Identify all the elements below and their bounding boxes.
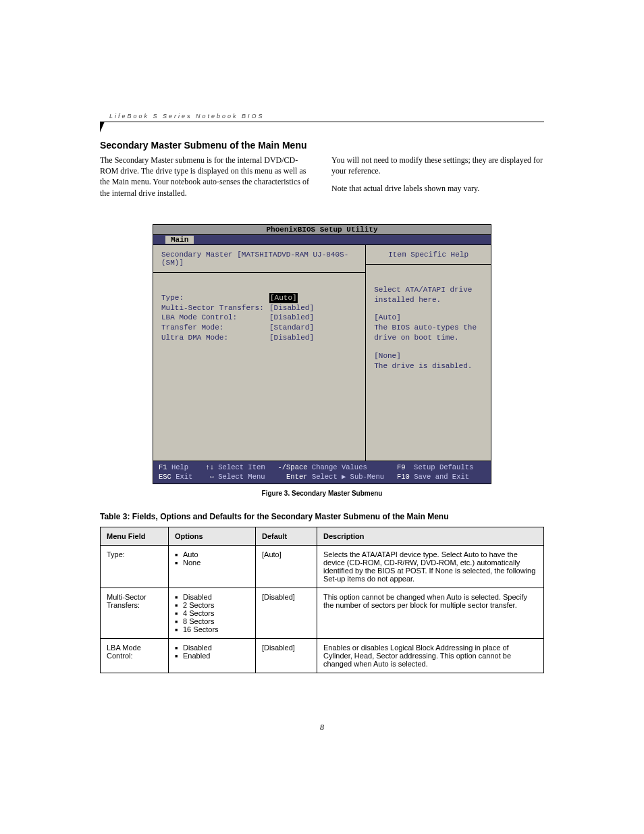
- bios-key-f1: F1: [159, 463, 167, 472]
- bios-setting-value[interactable]: [Auto]: [269, 293, 298, 303]
- cell-options: AutoNone: [169, 546, 256, 588]
- intro-right-paragraph-2: Note that actual drive labels shown may …: [331, 183, 544, 194]
- bios-key-help: Help: [167, 463, 206, 472]
- cell-default: [Auto]: [256, 546, 317, 588]
- bios-footer: F1 Help ↑↓ Select Item -/Space Change Va…: [153, 461, 491, 484]
- bios-setting-label: Type:: [161, 293, 269, 303]
- bios-key-select-submenu: Select ▶ Sub-Menu: [308, 472, 397, 481]
- figure-caption: Figure 3. Secondary Master Submenu: [100, 490, 544, 497]
- option-item: 4 Sectors: [175, 609, 249, 617]
- bios-key-change-values: Change Values: [308, 463, 397, 472]
- th-menu-field: Menu Field: [101, 527, 169, 546]
- bios-key-select-menu: Select Menu: [214, 472, 286, 481]
- bios-help-header: Item Specific Help: [366, 245, 491, 265]
- cell-menu-field: LBA Mode Control:: [101, 639, 169, 673]
- bios-tab-main[interactable]: Main: [165, 236, 194, 244]
- section-heading: Secondary Master Submenu of the Main Men…: [100, 140, 544, 151]
- bios-setting-row: Ultra DMA Mode:[Disabled]: [161, 333, 357, 343]
- bios-key-updown-icon: ↑↓: [205, 463, 214, 472]
- th-options: Options: [169, 527, 256, 546]
- option-item: Disabled: [175, 644, 249, 652]
- running-head-rule: [100, 122, 544, 122]
- bios-help-paragraph: [Auto] The BIOS auto-types the drive on …: [374, 313, 483, 343]
- bios-setting-value: [Disabled]: [269, 333, 314, 343]
- option-item: Auto: [175, 550, 249, 558]
- intro-col-right: You will not need to modify these settin…: [331, 155, 544, 205]
- option-item: 2 Sectors: [175, 601, 249, 609]
- table-caption: Table 3: Fields, Options and Defaults fo…: [100, 512, 544, 521]
- bios-setting-label: Ultra DMA Mode:: [161, 333, 269, 343]
- bios-setting-value: [Disabled]: [269, 303, 314, 313]
- th-default: Default: [256, 527, 317, 546]
- table-row: LBA Mode Control:DisabledEnabled[Disable…: [101, 639, 544, 673]
- table-row: Type:AutoNone[Auto]Selects the ATA/ATAPI…: [101, 546, 544, 588]
- intro-left-paragraph: The Secondary Master submenu is for the …: [100, 155, 313, 199]
- cell-default: [Disabled]: [256, 639, 317, 673]
- running-head-arrow-icon: [100, 122, 105, 132]
- bios-footer-row-2: ESC Exit ↔ Select Menu Enter Select ▶ Su…: [159, 472, 485, 481]
- table-header-row: Menu Field Options Default Description: [101, 527, 544, 546]
- cell-description: Selects the ATA/ATAPI device type. Selec…: [317, 546, 544, 588]
- bios-footer-row-1: F1 Help ↑↓ Select Item -/Space Change Va…: [159, 463, 485, 472]
- bios-key-f10: F10: [397, 472, 410, 481]
- running-head-text: LifeBook S Series Notebook BIOS: [109, 113, 544, 120]
- cell-default: [Disabled]: [256, 588, 317, 639]
- intro-right-paragraph-1: You will not need to modify these settin…: [331, 155, 544, 176]
- option-item: Enabled: [175, 652, 249, 660]
- bios-key-esc: ESC: [159, 472, 171, 481]
- bios-key-save-exit: Save and Exit: [410, 472, 469, 481]
- bios-left-header: Secondary Master [MATSHITADVD-RAM UJ-840…: [153, 245, 365, 273]
- bios-title: PhoenixBIOS Setup Utility: [153, 225, 491, 235]
- table-row: Multi-Sector Transfers:Disabled2 Sectors…: [101, 588, 544, 639]
- cell-options: DisabledEnabled: [169, 639, 256, 673]
- bios-setting-label: LBA Mode Control:: [161, 313, 269, 323]
- bios-setting-row: Transfer Mode:[Standard]: [161, 323, 357, 333]
- cell-description: Enables or disables Logical Block Addres…: [317, 639, 544, 673]
- bios-help-pane: Item Specific Help Select ATA/ATAPI driv…: [366, 245, 491, 461]
- option-item: 16 Sectors: [175, 625, 249, 633]
- cell-description: This option cannot be changed when Auto …: [317, 588, 544, 639]
- option-item: 8 Sectors: [175, 617, 249, 625]
- running-head: LifeBook S Series Notebook BIOS: [100, 115, 544, 122]
- bios-setting-row: LBA Mode Control:[Disabled]: [161, 313, 357, 323]
- cell-menu-field: Type:: [101, 546, 169, 588]
- bios-setting-label: Multi-Sector Transfers:: [161, 303, 269, 313]
- bios-key-select-item: Select Item: [214, 463, 278, 472]
- bios-tabbar: Main: [153, 235, 491, 245]
- bios-key-setup-defaults: Setup Defaults: [406, 463, 474, 472]
- option-item: Disabled: [175, 593, 249, 601]
- intro-col-left: The Secondary Master submenu is for the …: [100, 155, 313, 205]
- bios-key-space: -/Space: [277, 463, 307, 472]
- cell-menu-field: Multi-Sector Transfers:: [101, 588, 169, 639]
- bios-help-paragraph: Select ATA/ATAPI drive installed here.: [374, 285, 483, 305]
- bios-settings: Type:[Auto]Multi-Sector Transfers:[Disab…: [153, 273, 365, 424]
- bios-setting-row: Multi-Sector Transfers:[Disabled]: [161, 303, 357, 313]
- bios-setting-label: Transfer Mode:: [161, 323, 269, 333]
- bios-key-exit: Exit: [171, 472, 210, 481]
- options-table: Menu Field Options Default Description T…: [100, 527, 544, 673]
- bios-left-pane: Secondary Master [MATSHITADVD-RAM UJ-840…: [153, 245, 366, 461]
- bios-setting-row: Type:[Auto]: [161, 293, 357, 303]
- cell-options: Disabled2 Sectors4 Sectors8 Sectors16 Se…: [169, 588, 256, 639]
- bios-screenshot: PhoenixBIOS Setup Utility Main Secondary…: [153, 224, 491, 484]
- intro-columns: The Secondary Master submenu is for the …: [100, 155, 544, 205]
- bios-key-enter: Enter: [286, 472, 308, 481]
- bios-setting-value: [Standard]: [269, 323, 314, 333]
- bios-setting-value: [Disabled]: [269, 313, 314, 323]
- page-number: 8: [0, 723, 644, 733]
- bios-help-paragraph: [None] The drive is disabled.: [374, 351, 483, 371]
- th-description: Description: [317, 527, 544, 546]
- bios-key-f9: F9: [397, 463, 406, 472]
- bios-help-text: Select ATA/ATAPI drive installed here.[A…: [366, 265, 491, 461]
- option-item: None: [175, 558, 249, 567]
- bios-body: Secondary Master [MATSHITADVD-RAM UJ-840…: [153, 245, 491, 461]
- page: LifeBook S Series Notebook BIOS Secondar…: [0, 0, 644, 834]
